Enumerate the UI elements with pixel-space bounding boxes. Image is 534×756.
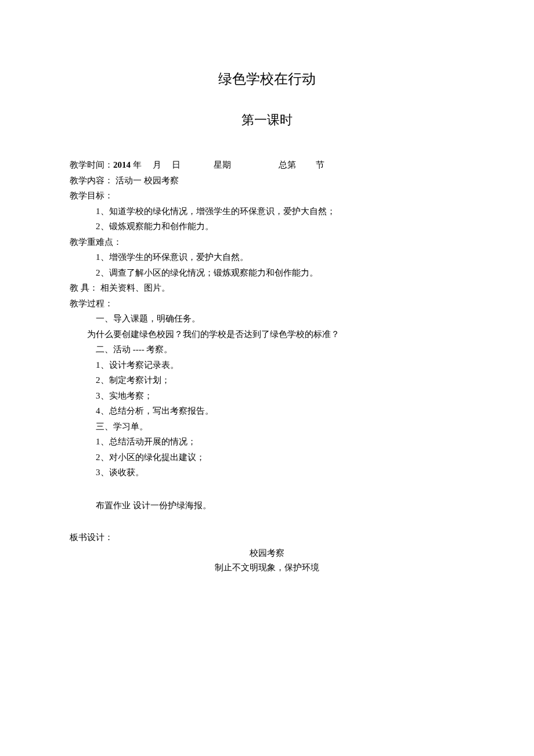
month-suffix: 月 [153, 158, 161, 173]
process-item: 1、设计考察记录表。 [70, 358, 464, 373]
tools-label: 教 具： [70, 283, 98, 292]
process-item: 一、导入课题，明确任务。 [70, 312, 464, 327]
process-item: 1、总结活动开展的情况； [70, 435, 464, 450]
week-label: 星期 [214, 158, 231, 173]
board-content: 制止不文明现象，保护环境 [70, 560, 464, 576]
process-item: 3、实地考察； [70, 389, 464, 404]
difficulty-item: 2、调查了解小区的绿化情况；锻炼观察能力和创作能力。 [70, 266, 464, 281]
year-value: 2014 [113, 158, 131, 173]
process-item: 3、谈收获。 [70, 465, 464, 480]
process-item: 为什么要创建绿色校园？我们的学校是否达到了绿色学校的标准？ [70, 327, 464, 342]
section-gap [296, 158, 316, 173]
process-item: 4、总结分析，写出考察报告。 [70, 404, 464, 419]
process-item: 2、对小区的绿化提出建议； [70, 450, 464, 465]
week-gap [181, 158, 213, 173]
document-body: 教学时间： 2014 年 月 日 星期 总第 节 教学内容： 活动一 校园考察 … [70, 158, 464, 576]
process-item: 二、活动 ---- 考察。 [70, 342, 464, 357]
content-text: 活动一 校园考察 [116, 176, 179, 185]
goal-item: 2、锻炼观察能力和创作能力。 [70, 219, 464, 234]
difficulty-item: 1、增强学生的环保意识，爱护大自然。 [70, 250, 464, 265]
homework-line: 布置作业 设计一份护绿海报。 [70, 498, 464, 513]
lesson-number: 第一课时 [70, 111, 464, 129]
content-label: 教学内容： [70, 176, 113, 185]
goal-label: 教学目标： [70, 189, 464, 204]
day-gap [161, 158, 172, 173]
board-title: 校园考察 [70, 546, 464, 561]
process-label: 教学过程： [70, 296, 464, 312]
tools-line: 教 具： 相关资料、图片。 [70, 281, 464, 296]
time-label: 教学时间： [70, 158, 113, 173]
tools-text: 相关资料、图片。 [100, 283, 170, 292]
total-gap [231, 158, 279, 173]
document-title: 绿色学校在行动 [70, 70, 464, 88]
process-item: 三、学习单。 [70, 419, 464, 435]
day-suffix: 日 [172, 158, 181, 173]
month-gap [142, 158, 153, 173]
teaching-content-line: 教学内容： 活动一 校园考察 [70, 173, 464, 189]
board-label: 板书设计： [70, 530, 464, 545]
process-item: 2、制定考察计划； [70, 373, 464, 388]
goal-item: 1、知道学校的绿化情况，增强学生的环保意识，爱护大自然； [70, 204, 464, 219]
year-suffix: 年 [131, 158, 142, 173]
total-prefix: 总第 [279, 158, 296, 173]
difficulty-label: 教学重难点： [70, 235, 464, 250]
section-suffix: 节 [316, 158, 324, 173]
teaching-time-line: 教学时间： 2014 年 月 日 星期 总第 节 [70, 158, 464, 173]
